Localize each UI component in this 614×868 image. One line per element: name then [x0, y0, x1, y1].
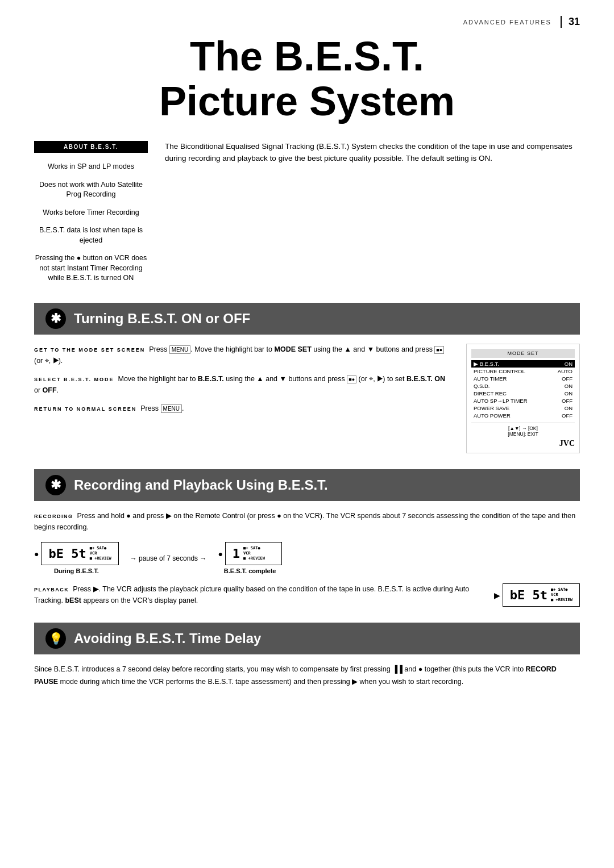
- step1: GET TO THE MODE SET SCREEN Press MENU. M…: [34, 344, 453, 366]
- mode-set-row: PICTURE CONTROL AUTO: [471, 368, 575, 375]
- mode-set-row-best: ▶ B.E.S.T. ON: [471, 360, 575, 368]
- turning-banner: ✱ Turning B.E.S.T. ON or OFF: [34, 303, 580, 335]
- playback-text: PLAYBACK Press ▶. The VCR adjusts the pl…: [34, 583, 483, 606]
- bulb-icon: 💡: [45, 628, 66, 649]
- avoiding-banner: 💡 Avoiding B.E.S.T. Time Delay: [34, 623, 580, 654]
- vcr-display-playback: bE 5t ■+ SAT● VCR ■ +REVIEW: [503, 583, 580, 607]
- vcr-display-during: bE 5t ■+ SAT● VCR ■ +REVIEW: [41, 542, 118, 565]
- mode-set-row: POWER SAVE ON: [471, 404, 575, 412]
- vcr-display-complete: 1 ■+ SAT● VCR ■ +REVIEW: [225, 542, 282, 565]
- step3: RETURN TO NORMAL SCREEN Press MENU.: [34, 403, 453, 414]
- sidebar-items: Works in SP and LP modes Does not work w…: [34, 162, 148, 283]
- footer-exit: [MENU]: EXIT: [471, 431, 575, 437]
- avoiding-section: Since B.E.S.T. introduces a 7 second del…: [34, 663, 580, 688]
- recording-banner-title: Recording and Playback Using B.E.S.T.: [74, 477, 328, 493]
- mode-set-footer: [▲▼] → [OK] [MENU]: EXIT: [471, 423, 575, 437]
- turning-section: GET TO THE MODE SET SCREEN Press MENU. M…: [34, 344, 580, 453]
- recording-body: RECORDING Press and hold ● and press ▶ o…: [34, 510, 580, 533]
- sidebar-item: B.E.S.T. data is lost when tape is eject…: [34, 226, 148, 245]
- asterisk-icon: ✱: [45, 308, 66, 329]
- step2: SELECT B.E.S.T. MODE Move the highlight …: [34, 373, 453, 396]
- mode-set-screen: MODE SET ▶ B.E.S.T. ON PICTURE CONTROL A…: [466, 344, 580, 453]
- mode-value: ON: [565, 361, 572, 367]
- mode-value: AUTO: [558, 368, 572, 374]
- mode-label: PICTURE CONTROL: [474, 368, 525, 374]
- step1-label: GET TO THE MODE SET SCREEN: [34, 347, 145, 353]
- mode-label: AUTO SP→LP TIMER: [474, 398, 528, 404]
- sidebar-about: ABOUT B.E.S.T. Works in SP and LP modes …: [34, 141, 148, 291]
- sidebar-item: Works before Timer Recording: [34, 208, 148, 218]
- recording-banner: ✱ Recording and Playback Using B.E.S.T.: [34, 469, 580, 501]
- mode-set-row: AUTO SP→LP TIMER OFF: [471, 397, 575, 404]
- mode-value: ON: [565, 390, 572, 397]
- step3-text: Press MENU.: [140, 404, 184, 412]
- mode-value: OFF: [562, 398, 572, 404]
- title-line2: Picture System: [0, 79, 614, 124]
- display-indicators-complete: ■+ SAT● VCR ■ +REVIEW: [243, 546, 265, 561]
- mode-label: AUTO TIMER: [474, 375, 507, 382]
- mode-value: OFF: [562, 412, 572, 419]
- step2-label: SELECT B.E.S.T. MODE: [34, 377, 114, 382]
- avoiding-text: Since B.E.S.T. introduces a 7 second del…: [34, 665, 557, 685]
- sidebar-item: Works in SP and LP modes: [34, 162, 148, 172]
- display-indicators-during: ■+ SAT● VCR ■ +REVIEW: [90, 546, 111, 561]
- mode-set-row: Q.S.D. ON: [471, 382, 575, 390]
- playback-display-text: bE 5t: [510, 588, 547, 602]
- playback-section: PLAYBACK Press ▶. The VCR adjusts the pl…: [34, 583, 580, 607]
- title-line1: The B.E.S.T.: [0, 34, 614, 79]
- section-label: ADVANCED FEATURES: [463, 19, 551, 26]
- playback-body: Press ▶. The VCR adjusts the playback pi…: [34, 585, 469, 604]
- mode-value: OFF: [562, 375, 572, 382]
- turning-instructions: GET TO THE MODE SET SCREEN Press MENU. M…: [34, 344, 453, 453]
- intro-paragraph: The Biconditional Equalised Signal Track…: [165, 141, 580, 164]
- mode-label: AUTO POWER: [474, 412, 511, 419]
- recording-text: Press and hold ● and press ▶ on the Remo…: [34, 512, 575, 531]
- mode-label: POWER SAVE: [474, 405, 509, 411]
- display-panels: ● bE 5t ■+ SAT● VCR ■ +REVIEW During B.E…: [34, 542, 580, 574]
- mode-set-row: DIRECT REC ON: [471, 390, 575, 397]
- mode-set-header: MODE SET: [471, 349, 575, 358]
- sidebar-item: Pressing the ● button on VCR does not st…: [34, 253, 148, 283]
- asterisk-icon-2: ✱: [45, 475, 66, 495]
- avoiding-body: Since B.E.S.T. introduces a 7 second del…: [34, 663, 580, 688]
- mode-set-row: AUTO POWER OFF: [471, 412, 575, 419]
- footer-nav: [▲▼] → [OK]: [471, 425, 575, 431]
- avoiding-banner-title: Avoiding B.E.S.T. Time Delay: [74, 631, 261, 646]
- display-text-during: bE 5t: [48, 546, 86, 561]
- playback-label: PLAYBACK: [34, 587, 69, 592]
- playback-display-indicators: ■+ SAT● VCR ■ +REVIEW: [551, 587, 572, 603]
- step3-label: RETURN TO NORMAL SCREEN: [34, 406, 136, 412]
- mode-value: ON: [565, 405, 572, 411]
- label-complete: B.E.S.T. complete: [224, 567, 276, 574]
- arrow-pause: → pause of 7 seconds →: [130, 554, 207, 562]
- mode-value: ON: [565, 383, 572, 389]
- sidebar-item: Does not work with Auto Satellite Prog R…: [34, 180, 148, 200]
- recording-label: RECORDING: [34, 514, 73, 519]
- mode-label: Q.S.D.: [474, 383, 490, 389]
- about-section: ABOUT B.E.S.T. Works in SP and LP modes …: [34, 141, 580, 291]
- page-number: 31: [561, 16, 580, 28]
- intro-text: The Biconditional Equalised Signal Track…: [165, 141, 580, 291]
- page-header: ADVANCED FEATURES 31: [463, 16, 580, 28]
- turning-banner-title: Turning B.E.S.T. ON or OFF: [74, 311, 250, 327]
- mode-label: ▶ B.E.S.T.: [474, 361, 499, 367]
- about-badge: ABOUT B.E.S.T.: [34, 141, 148, 153]
- jvc-logo: JVC: [471, 439, 575, 448]
- display-text-complete: 1: [233, 546, 240, 561]
- mode-label: DIRECT REC: [474, 390, 507, 397]
- recording-section: RECORDING Press and hold ● and press ▶ o…: [34, 510, 580, 607]
- mode-set-row: AUTO TIMER OFF: [471, 375, 575, 382]
- label-during: During B.E.S.T.: [54, 567, 99, 574]
